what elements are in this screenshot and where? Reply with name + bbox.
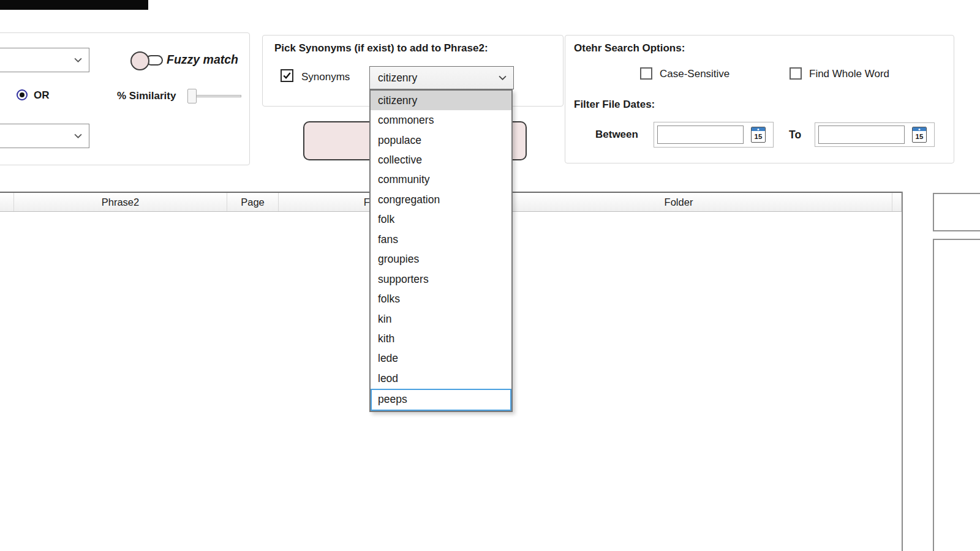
app-window: { "left_panel": { "combo1_value": "", "f… [0, 0, 980, 551]
or-radio-dot [20, 92, 24, 97]
synonym-option[interactable]: populace [371, 130, 511, 150]
pick-synonyms-title: Pick Synonyms (if exist) to add to Phras… [274, 42, 488, 54]
synonyms-checkbox-label: Synonyms [301, 71, 350, 83]
date-to-picker[interactable]: 15 [815, 122, 935, 147]
column-header-blank[interactable] [892, 193, 902, 211]
chevron-down-icon [74, 58, 82, 62]
similarity-label: % Similarity [117, 90, 176, 102]
find-whole-word-label: Find Whole Word [809, 68, 889, 80]
results-table-right-border [902, 192, 903, 551]
similarity-slider-thumb[interactable] [187, 89, 197, 103]
synonym-option[interactable]: collective [371, 150, 511, 170]
chevron-down-icon [499, 75, 507, 80]
checkmark-icon [282, 71, 292, 80]
synonym-option[interactable]: kith [371, 329, 511, 348]
synonym-option[interactable]: kin [371, 309, 511, 329]
search-options-title: Otehr Search Options: [574, 42, 685, 54]
column-header-blank[interactable] [0, 193, 14, 211]
titlebar-fragment [0, 0, 148, 10]
column-header-folder[interactable]: Folder [466, 193, 892, 211]
find-whole-word-checkbox[interactable] [790, 67, 802, 80]
synonyms-combobox-value: citizenry [370, 72, 499, 84]
synonym-option[interactable]: lede [371, 349, 511, 369]
calendar-icon: 15 [751, 127, 766, 143]
column-header-phrase2[interactable]: Phrase2 [14, 193, 227, 211]
synonym-option[interactable]: citizenry [371, 91, 511, 110]
synonym-option[interactable]: commoners [371, 110, 511, 130]
case-sensitive-label: Case-Sensitive [660, 68, 729, 80]
date-from-picker[interactable]: 15 [654, 122, 774, 148]
chevron-down-icon [74, 133, 82, 138]
or-radio[interactable] [17, 89, 28, 100]
fuzzy-match-label: Fuzzy match [167, 53, 238, 67]
synonym-option[interactable]: supporters [371, 269, 511, 289]
sidebar-box-top[interactable] [933, 193, 980, 231]
date-from-calendar-button[interactable]: 15 [744, 127, 773, 143]
synonyms-checkbox[interactable] [281, 69, 293, 82]
date-to-calendar-button[interactable]: 15 [905, 127, 934, 143]
calendar-icon: 15 [912, 127, 927, 143]
synonyms-dropdown-list: citizenrycommonerspopulacecollectivecomm… [369, 89, 513, 412]
synonym-option[interactable]: groupies [371, 250, 511, 269]
date-to-input[interactable] [818, 126, 905, 144]
date-from-input[interactable] [657, 126, 744, 144]
case-sensitive-checkbox[interactable] [640, 67, 652, 80]
to-label: To [789, 129, 801, 141]
filter-file-dates-label: Filter File Dates: [574, 99, 655, 111]
sidebar-box-bottom[interactable] [933, 239, 980, 551]
synonym-option[interactable]: congregation [371, 190, 511, 209]
phrase1-combobox[interactable] [0, 48, 89, 72]
synonym-option[interactable]: folk [371, 210, 511, 230]
or-radio-label: OR [34, 89, 50, 102]
synonym-option[interactable]: leod [371, 369, 511, 388]
phrase2-combobox[interactable] [0, 124, 89, 148]
synonym-option[interactable]: peeps [371, 389, 511, 411]
column-header-page[interactable]: Page [227, 193, 279, 211]
fuzzy-match-toggle-knob[interactable] [130, 51, 149, 70]
synonym-option[interactable]: folks [371, 289, 511, 309]
synonyms-combobox[interactable]: citizenry [369, 66, 514, 89]
between-label: Between [595, 129, 638, 141]
synonym-option[interactable]: fans [371, 230, 511, 249]
synonym-option[interactable]: community [371, 170, 511, 190]
